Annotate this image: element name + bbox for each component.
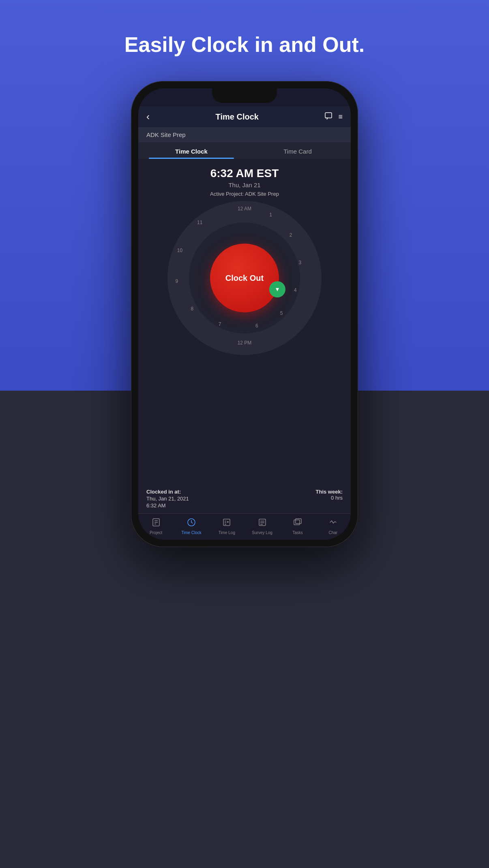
nav-item-char[interactable]: Char xyxy=(315,514,351,537)
clock-out-button[interactable]: Clock Out xyxy=(210,244,279,312)
nav-label-char: Char xyxy=(328,530,337,535)
svg-rect-16 xyxy=(294,520,300,525)
svg-line-7 xyxy=(191,522,193,523)
survey-log-icon xyxy=(258,518,267,529)
tabs-container: Time Clock Time Card xyxy=(138,142,351,159)
time-log-icon xyxy=(222,518,231,529)
bottom-nav: Project Time Clock xyxy=(138,513,351,540)
project-icon xyxy=(152,518,161,529)
clock-num-10: 10 xyxy=(177,248,182,253)
nav-item-time-log[interactable]: Time Log xyxy=(209,514,244,537)
clock-info: Clocked in at: Thu, Jan 21, 2021 6:32 AM… xyxy=(138,482,351,513)
tab-time-clock[interactable]: Time Clock xyxy=(138,142,244,159)
clock-num-11: 11 xyxy=(197,220,202,225)
clock-num-8: 8 xyxy=(191,306,193,312)
chat-icon[interactable] xyxy=(324,112,332,122)
tab-time-card[interactable]: Time Card xyxy=(244,142,351,159)
clock-num-4: 4 xyxy=(294,287,297,293)
phone-notch xyxy=(212,88,277,103)
nav-item-time-clock[interactable]: Time Clock xyxy=(174,514,209,537)
nav-label-project: Project xyxy=(150,530,162,535)
clocked-in-label: Clocked in at: xyxy=(146,489,189,495)
clock-num-12am: 12 AM xyxy=(238,206,251,212)
nav-item-survey-log[interactable]: Survey Log xyxy=(244,514,280,537)
back-button[interactable]: ‹ xyxy=(146,111,150,122)
menu-icon[interactable]: ≡ xyxy=(338,113,343,121)
phone-wrapper: ‹ Time Clock ≡ ADK Site Prep xyxy=(131,81,358,547)
time-clock-icon xyxy=(187,518,196,529)
clock-dial: 12 AM 1 2 3 4 5 6 7 8 9 10 11 12 PM xyxy=(167,201,322,355)
char-icon xyxy=(328,518,337,529)
dropdown-button[interactable]: ▾ xyxy=(269,281,285,297)
page-container: Easily Clock in and Out. ‹ Time Clock xyxy=(0,0,489,868)
clock-num-2: 2 xyxy=(290,232,292,238)
clock-num-1: 1 xyxy=(269,212,272,218)
clock-time: 6:32 AM EST xyxy=(210,167,279,180)
nav-item-project[interactable]: Project xyxy=(138,514,174,537)
nav-label-time-clock: Time Clock xyxy=(181,530,202,535)
hero-title: Easily Clock in and Out. xyxy=(0,32,489,57)
this-week-label: This week: xyxy=(316,489,343,495)
phone-outer: ‹ Time Clock ≡ ADK Site Prep xyxy=(131,81,358,547)
clock-num-7: 7 xyxy=(219,321,221,327)
svg-rect-0 xyxy=(325,113,332,118)
clock-num-12pm: 12 PM xyxy=(238,340,252,346)
svg-rect-8 xyxy=(223,519,230,526)
nav-label-tasks: Tasks xyxy=(292,530,303,535)
app-header: ‹ Time Clock ≡ xyxy=(138,106,351,127)
nav-label-time-log: Time Log xyxy=(219,530,235,535)
tasks-icon xyxy=(293,518,302,529)
clocked-in-date: Thu, Jan 21, 2021 xyxy=(146,496,189,502)
header-icons: ≡ xyxy=(324,112,343,122)
clocked-in-info: Clocked in at: Thu, Jan 21, 2021 6:32 AM xyxy=(146,489,189,509)
clock-main: 6:32 AM EST Thu, Jan 21 Active Project: … xyxy=(138,159,351,482)
nav-label-survey-log: Survey Log xyxy=(252,530,272,535)
this-week-hours: 0 hrs xyxy=(316,495,343,501)
svg-rect-17 xyxy=(296,519,301,524)
clock-num-9: 9 xyxy=(175,278,178,284)
this-week-info: This week: 0 hrs xyxy=(316,489,343,501)
chevron-down-icon: ▾ xyxy=(276,285,279,293)
clock-date: Thu, Jan 21 xyxy=(228,182,260,188)
clock-num-6: 6 xyxy=(255,323,258,329)
clock-num-5: 5 xyxy=(280,310,283,316)
phone-screen: ‹ Time Clock ≡ ADK Site Prep xyxy=(138,88,351,540)
project-bar: ADK Site Prep xyxy=(138,127,351,142)
active-project: Active Project: ADK Site Prep xyxy=(210,191,279,197)
project-name: ADK Site Prep xyxy=(146,131,186,138)
nav-item-tasks[interactable]: Tasks xyxy=(280,514,315,537)
clocked-in-time: 6:32 AM xyxy=(146,502,189,509)
clock-num-3: 3 xyxy=(298,260,301,265)
header-title: Time Clock xyxy=(216,112,259,122)
